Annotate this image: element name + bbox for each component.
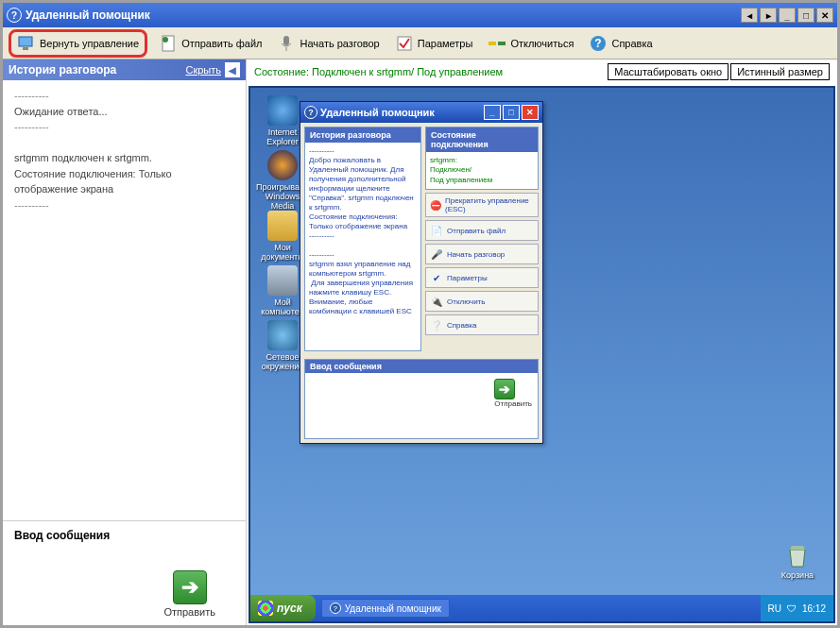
inner-assistant-window[interactable]: ? Удаленный помощник _ □ ✕ История разго… [300,101,543,444]
disconnect-icon: 🔌 [430,295,443,308]
wmp-icon [267,150,298,180]
send-file-button[interactable]: Отправить файл [155,32,266,55]
recycle-label: Корзина [775,570,820,580]
start-talk-label: Начать разговор [300,38,379,49]
folder-icon [267,211,298,241]
disconnect-button[interactable]: Отключиться [484,32,577,55]
start-talk-button[interactable]: Начать разговор [273,32,383,55]
taskbar-item[interactable]: ? Удаленный помощник [321,599,450,618]
window-title: Удаленный помощник [26,8,150,22]
arrow-right-icon: ➔ [494,379,515,399]
connection-status: Состояние: Подключен к srtgmm/ Под управ… [254,66,503,77]
collapse-arrow-icon[interactable]: ◀ [225,62,240,77]
disconnect-label: Отключиться [510,38,574,49]
svg-text:?: ? [595,37,602,50]
scale-window-button[interactable]: Масштабировать окно [608,63,729,80]
inner-history-header: История разговора [305,127,420,143]
inner-titlebar[interactable]: ? Удаленный помощник _ □ ✕ [300,102,542,123]
clock[interactable]: 16:12 [802,603,826,614]
return-control-label: Вернуть управление [40,38,139,49]
history-content: ---------- Ожидание ответа... ----------… [3,80,246,520]
inner-history-panel: История разговора ---------- Добро пожал… [304,127,421,351]
history-line: ---------- [14,197,234,213]
inner-close-button[interactable]: ✕ [522,105,539,120]
language-indicator[interactable]: RU [768,603,781,614]
help-icon: ? [7,8,22,23]
inner-params-button[interactable]: ✔ Параметры [425,267,539,288]
control-prev-button[interactable]: ◂ [741,8,758,23]
inner-history-text: ---------- Добро пожаловать в Удаленный … [305,143,420,350]
remote-taskbar[interactable]: пуск ? Удаленный помощник RU 🛡 16:12 [250,595,833,621]
inner-send-button[interactable]: ➔ Отправить [494,379,532,408]
action-label: Начать разговор [447,250,505,259]
inner-help-button[interactable]: ❔ Справка [425,314,539,335]
parameters-label: Параметры [418,38,473,49]
titlebar: ? Удаленный помощник ◂ ▸ _ □ ✕ [3,3,837,27]
inner-minimize-button[interactable]: _ [484,105,501,120]
history-line: ---------- [14,88,234,104]
inner-send-file-button[interactable]: 📄 Отправить файл [425,220,539,241]
history-header: История разговора Скрыть ◀ [3,59,246,80]
minimize-button[interactable]: _ [779,8,796,23]
help-label: Справка [611,38,652,49]
message-input-area: Ввод сообщения ➔ Отправить [3,520,246,625]
action-label: Прекратить управление (ESC) [445,196,534,213]
send-label: Отправить [163,606,215,618]
maximize-button[interactable]: □ [797,8,814,23]
svg-rect-8 [498,42,506,45]
return-control-button[interactable]: Вернуть управление [9,29,147,58]
close-button[interactable]: ✕ [816,8,833,23]
inner-conn-header: Состояние подключения [426,127,538,152]
microphone-icon [277,34,296,53]
inner-input-header: Ввод сообщения [305,360,538,373]
inner-disconnect-button[interactable]: 🔌 Отключить [425,291,539,312]
checkbox-icon [395,34,414,53]
monitor-icon [17,34,36,53]
action-label: Отправить файл [447,227,506,235]
help-button[interactable]: ? Справка [585,32,656,55]
send-button[interactable]: ➔ Отправить [163,570,215,618]
arrow-right-icon: ➔ [173,570,207,604]
left-panel: История разговора Скрыть ◀ ---------- Ож… [3,59,247,625]
parameters-button[interactable]: Параметры [391,32,477,55]
history-line: Состояние подключения: Только отображени… [14,166,234,197]
disconnect-icon [488,34,506,53]
recycle-bin[interactable]: Корзина [775,540,820,580]
input-label: Ввод сообщения [14,529,234,542]
inner-window-title: Удаленный помощник [320,107,435,118]
help-circle-icon: ? [589,34,608,53]
inner-stop-control-button[interactable]: ⛔ Прекратить управление (ESC) [425,193,539,217]
send-file-label: Отправить файл [181,38,262,49]
history-title: История разговора [9,63,116,76]
svg-rect-4 [283,36,289,45]
help-icon: ? [304,106,317,119]
action-label: Отключить [447,297,485,306]
checkbox-icon: ✔ [430,271,443,284]
task-label: Удаленный помощник [345,603,441,614]
inner-start-talk-button[interactable]: 🎤 Начать разговор [425,244,539,264]
inner-conn-status: srtgmm: Подключен/ Под управлением [426,152,538,189]
hide-link[interactable]: Скрыть [185,64,221,76]
history-line: srtgmm подключен к srtgmm. [14,150,234,166]
svg-rect-0 [19,37,32,46]
svg-rect-1 [23,47,28,50]
right-panel: Состояние: Подключен к srtgmm/ Под управ… [247,59,837,625]
toolbar: Вернуть управление Отправить файл Начать… [3,27,837,59]
computer-icon [267,265,298,296]
help-icon: ❔ [430,318,443,331]
start-button[interactable]: пуск [250,595,316,621]
svg-point-3 [163,37,168,42]
shield-icon[interactable]: 🛡 [787,603,797,614]
remote-desktop-view[interactable]: Internet Explorer Проигрывател.. Windows… [249,86,835,623]
recycle-icon [782,540,813,570]
svg-rect-7 [489,42,496,45]
true-size-button[interactable]: Истинный размер [730,63,830,80]
system-tray[interactable]: RU 🛡 16:12 [761,595,833,621]
document-icon [159,34,178,53]
action-label: Справка [447,321,476,330]
inner-maximize-button[interactable]: □ [503,105,520,120]
inner-input-section: Ввод сообщения ➔ Отправить [304,359,539,439]
microphone-icon: 🎤 [430,247,443,261]
control-next-button[interactable]: ▸ [760,8,777,23]
help-icon: ? [330,603,341,614]
